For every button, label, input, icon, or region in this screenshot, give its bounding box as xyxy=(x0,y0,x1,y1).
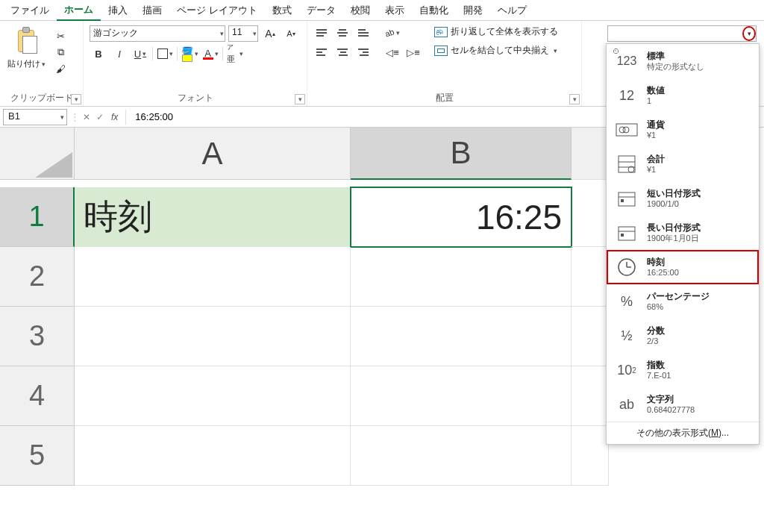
number-format-more[interactable]: その他の表示形式(M)... xyxy=(607,422,759,444)
cell-b1[interactable]: 16:25 xyxy=(351,187,572,247)
align-left-icon xyxy=(316,47,328,57)
number-format-item-sample: 1 xyxy=(647,96,665,106)
insert-function-button[interactable]: fx xyxy=(107,112,122,122)
cell-a1[interactable]: 時刻 xyxy=(75,187,351,247)
alignment-dialog-launcher[interactable]: ▾ xyxy=(569,94,580,104)
number-format-item-4[interactable]: 短い日付形式1900/1/0 xyxy=(607,181,759,216)
merge-center-label: セルを結合して中央揃え xyxy=(451,44,549,57)
menu-review[interactable]: 校閲 xyxy=(343,1,378,20)
column-header-a[interactable]: A xyxy=(75,128,351,180)
name-box[interactable]: B1 xyxy=(3,109,67,125)
align-bottom-button[interactable] xyxy=(355,25,373,40)
check-icon: ✓ xyxy=(96,112,104,122)
x-icon: ✕ xyxy=(83,112,90,122)
ribbon: 貼り付け ✂ ⧉ 🖌 クリップボード ▾ 游ゴシック ▾ xyxy=(0,21,764,107)
number-format-dropdown-button[interactable]: ▾ xyxy=(742,26,756,41)
number-format-item-sample: 1900/1/0 xyxy=(647,199,701,209)
number-format-item-title: 標準 xyxy=(647,51,704,61)
row-header-4[interactable]: 4 xyxy=(0,366,75,426)
cell-b4[interactable] xyxy=(351,366,572,426)
increase-indent-button[interactable]: ▷≡ xyxy=(404,45,422,60)
font-dialog-launcher[interactable]: ▾ xyxy=(295,94,305,104)
paste-button[interactable]: 貼り付け xyxy=(6,25,47,71)
number-format-item-title: 長い日付形式 xyxy=(647,222,701,233)
menu-insert[interactable]: 挿入 xyxy=(101,1,135,20)
paint-bucket-icon: 🪣 xyxy=(181,46,193,62)
menu-automate[interactable]: 自動化 xyxy=(412,1,456,20)
align-center-icon xyxy=(337,47,349,57)
number-format-item-icon xyxy=(614,119,639,141)
merge-center-button[interactable]: セルを結合して中央揃え xyxy=(434,44,558,57)
cell-a2[interactable] xyxy=(75,247,351,307)
column-header-b[interactable]: B xyxy=(351,128,572,180)
cell-a4[interactable] xyxy=(75,366,351,426)
border-button[interactable] xyxy=(156,46,174,61)
menu-formulas[interactable]: 数式 xyxy=(265,1,299,20)
align-right-button[interactable] xyxy=(355,45,373,60)
row-header-5[interactable]: 5 xyxy=(0,426,75,486)
cell-b2[interactable] xyxy=(351,247,572,307)
align-middle-button[interactable] xyxy=(334,25,352,40)
number-format-item-sample: 特定の形式なし xyxy=(647,62,704,72)
number-format-item-8[interactable]: ½分数 2/3 xyxy=(607,319,759,353)
number-format-item-0[interactable]: 123⏲標準特定の形式なし xyxy=(607,44,759,78)
underline-button[interactable]: U xyxy=(131,46,149,61)
column-header-c[interactable] xyxy=(572,128,609,180)
menu-data[interactable]: データ xyxy=(299,1,343,20)
number-format-item-9[interactable]: 102指数7.E-01 xyxy=(607,353,759,387)
align-left-button[interactable] xyxy=(313,45,331,60)
row-header-1[interactable]: 1 xyxy=(0,187,75,247)
number-format-item-sample: 7.E-01 xyxy=(647,371,671,381)
menu-help[interactable]: ヘルプ xyxy=(490,1,534,20)
decrease-indent-button[interactable]: ◁≡ xyxy=(383,45,401,60)
cell-c3[interactable] xyxy=(572,307,609,366)
increase-font-button[interactable]: A▴ xyxy=(261,26,279,41)
cell-b3[interactable] xyxy=(351,307,572,366)
menu-developer[interactable]: 開発 xyxy=(456,1,490,20)
enter-formula-button[interactable]: ✓ xyxy=(93,112,107,122)
number-format-item-10[interactable]: ab文字列0.684027778 xyxy=(607,387,759,422)
clipboard-group-label: クリップボード xyxy=(6,92,77,104)
cell-a5[interactable] xyxy=(75,426,351,486)
copy-button[interactable]: ⧉ xyxy=(51,45,69,60)
cancel-formula-button[interactable]: ✕ xyxy=(80,112,93,122)
italic-button[interactable]: I xyxy=(110,46,128,61)
row-header-2[interactable]: 2 xyxy=(0,247,75,307)
align-center-button[interactable] xyxy=(334,45,352,60)
fill-color-button[interactable]: 🪣 xyxy=(181,46,198,61)
format-painter-button[interactable]: 🖌 xyxy=(51,61,69,76)
cell-b5[interactable] xyxy=(351,426,572,486)
number-format-item-title: パーセンテージ xyxy=(647,291,710,301)
number-format-item-5[interactable]: 長い日付形式1900年1月0日 xyxy=(607,216,759,250)
align-top-button[interactable] xyxy=(313,25,331,40)
row-header-3[interactable]: 3 xyxy=(0,307,75,366)
bold-button[interactable]: B xyxy=(90,46,107,61)
number-format-item-2[interactable]: 通貨¥1 xyxy=(607,113,759,147)
select-all-corner[interactable] xyxy=(0,128,75,180)
cell-c2[interactable] xyxy=(572,247,609,307)
cut-button[interactable]: ✂ xyxy=(51,28,69,43)
cell-c4[interactable] xyxy=(572,366,609,426)
number-format-item-title: 文字列 xyxy=(647,394,695,404)
wrap-text-button[interactable]: ab c↵ 折り返して全体を表示する xyxy=(434,25,558,38)
number-format-item-7[interactable]: %パーセンテージ68% xyxy=(607,284,759,319)
menu-file[interactable]: ファイル xyxy=(3,1,57,20)
orientation-button[interactable]: ab xyxy=(383,25,401,40)
number-format-combo[interactable]: ▾ xyxy=(607,25,757,42)
menu-view[interactable]: 表示 xyxy=(378,1,412,20)
cell-a3[interactable] xyxy=(75,307,351,366)
indent-icon: ▷≡ xyxy=(407,47,420,58)
number-format-item-3[interactable]: 会計 ¥1 xyxy=(607,147,759,181)
decrease-font-button[interactable]: A▾ xyxy=(282,26,300,41)
font-name-combo[interactable]: 游ゴシック xyxy=(90,25,225,42)
menu-home[interactable]: ホーム xyxy=(57,0,101,21)
cell-c5[interactable] xyxy=(572,426,609,486)
number-format-item-1[interactable]: 12数値1 xyxy=(607,78,759,113)
number-format-item-6[interactable]: 時刻16:25:00 xyxy=(607,250,759,284)
font-color-button[interactable]: A xyxy=(201,46,219,61)
menu-draw[interactable]: 描画 xyxy=(135,1,169,20)
cell-c1[interactable] xyxy=(572,187,609,247)
menu-pagelayout[interactable]: ページ レイアウト xyxy=(169,1,265,20)
phonetic-button[interactable]: ア亜 xyxy=(226,46,244,61)
clipboard-dialog-launcher[interactable]: ▾ xyxy=(71,94,81,104)
